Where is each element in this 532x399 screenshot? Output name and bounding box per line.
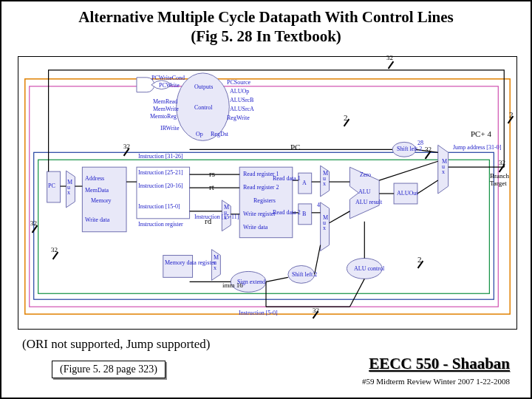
blk-reg: Registers	[253, 197, 276, 204]
blk-address: Address	[85, 175, 104, 182]
ctl-memread: MemRead	[153, 98, 177, 105]
ctl-pcwrite: PCWrite	[159, 82, 180, 89]
blk-i2521: Instruction [25-21]	[138, 169, 183, 176]
ctl-control: Control	[194, 104, 212, 111]
blk-shl2: Shift left 2	[292, 271, 317, 278]
blk-rdata2: Read data 2	[273, 209, 301, 216]
ctl-regdst: RegDst	[211, 131, 228, 137]
label-rt: rt	[209, 183, 214, 191]
blk-28: 28	[417, 140, 423, 146]
title-line2: (Fig 5. 28 In Textbook)	[191, 27, 341, 45]
slide-title: Alternative Multiple Cycle Datapath With…	[1, 1, 531, 50]
ctl-op: Op	[196, 131, 203, 137]
datapath-diagram: 32 2 2 PC+ 4 32 PC 32 32 rs rt rd Branch…	[18, 56, 517, 330]
support-note: (ORI not supported, Jump supported)	[22, 337, 211, 352]
blk-aluctl: ALU control	[354, 265, 384, 272]
blk-b: B	[302, 211, 306, 217]
blk-alures: ALU result	[355, 199, 382, 205]
ctl-alusrca: ALUSrcA	[230, 106, 254, 112]
blk-pc: PC	[48, 183, 55, 189]
blk-wreg: Write register	[243, 211, 276, 217]
label-pc-plus-4: PC+ 4	[471, 129, 491, 138]
figure-reference: (Figure 5. 28 page 323)	[52, 361, 166, 378]
mux2-icon: M u x	[214, 255, 219, 271]
label-pc: PC	[290, 143, 300, 151]
blk-memdata: MemData	[85, 187, 109, 194]
blk-rreg2: Read register 2	[243, 184, 279, 191]
svg-line-32	[379, 161, 438, 180]
slide: Alternative Multiple Cycle Datapath With…	[0, 0, 532, 399]
ctl-irwrite: IRWrite	[160, 125, 179, 132]
mux3-icon: M u x	[323, 171, 328, 187]
blk-four: 4	[317, 202, 320, 208]
blk-i3126: Instruction [31-26]	[138, 153, 183, 160]
blk-signext: Sign extend	[237, 279, 265, 285]
ctl-aluop: ALUOp	[230, 88, 249, 95]
blk-ireg: Instruction register	[138, 221, 183, 228]
label-branch-target: Branch Target	[490, 172, 509, 187]
course-title: EECC 550 - Shaaban	[369, 355, 510, 373]
label-rs: rs	[209, 169, 215, 178]
svg-line-39	[349, 279, 364, 307]
ctl-memwrite: MemWrite	[153, 106, 179, 112]
blk-alu: ALU	[358, 188, 370, 195]
blk-zero: Zero	[360, 171, 371, 178]
blk-i1511: Instruction [15-11]	[194, 214, 239, 220]
svg-line-29	[330, 211, 350, 223]
mux1-icon: M u x	[224, 205, 229, 221]
blk-memory: Memory	[91, 197, 112, 204]
ctl-outputs: Outputs	[194, 83, 213, 90]
slide-meta: #59 Midterm Review Winter 2007 1-22-2008	[362, 377, 510, 386]
blk-a: A	[302, 180, 307, 186]
blk-jump: Jump address [31-0]	[453, 144, 501, 151]
blk-i50: Instruction [5-0]	[239, 310, 278, 316]
svg-line-31	[417, 180, 438, 194]
svg-line-35	[266, 277, 288, 282]
mux0-icon: M u x	[67, 180, 72, 196]
mux5-icon: M u x	[442, 159, 447, 175]
title-line1: Alternative Multiple Cycle Datapath With…	[78, 8, 454, 26]
blk-aluout: ALUOut	[397, 190, 417, 197]
ctl-memtoreg: MemtoReg	[150, 113, 177, 120]
svg-line-36	[315, 245, 321, 275]
blk-rdata1: Read data 1	[273, 175, 301, 182]
blk-i2016: Instruction [20-16]	[138, 183, 183, 189]
blk-shl2b: Shift left 2	[397, 146, 422, 152]
blk-i150: Instruction [15-0]	[138, 203, 180, 210]
blk-mdr: Memory data register	[165, 259, 216, 266]
ctl-pcsource: PCSource	[227, 79, 250, 86]
mux4-icon: M u x	[323, 215, 328, 231]
ctl-regwrite: RegWrite	[227, 115, 250, 121]
ctl-alusrcb: ALUSrcB	[230, 97, 253, 103]
blk-wdata: Write data	[85, 216, 109, 223]
blk-wdata2: Write data	[243, 224, 267, 231]
ctl-pcwritecond: PCWriteCond	[151, 75, 185, 81]
